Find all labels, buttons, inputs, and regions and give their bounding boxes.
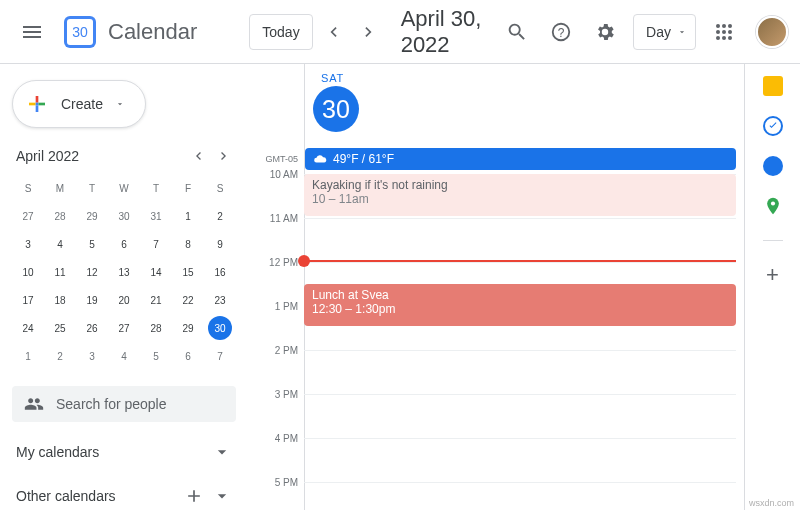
prev-day-button[interactable] (317, 16, 349, 48)
sidebar: Create April 2022 SMTWTFS272829303112345… (0, 64, 256, 510)
other-calendars-toggle[interactable]: Other calendars (8, 474, 240, 510)
my-calendars-toggle[interactable]: My calendars (8, 430, 240, 474)
hour-line (304, 394, 736, 395)
view-switcher[interactable]: Day (633, 14, 696, 50)
day-number[interactable]: 30 (313, 86, 359, 132)
hour-line (304, 438, 736, 439)
search-button[interactable] (497, 12, 537, 52)
mini-day-cell[interactable]: 13 (108, 258, 140, 286)
keep-app-icon[interactable] (763, 76, 783, 96)
mini-day-cell[interactable]: 12 (76, 258, 108, 286)
mini-day-cell[interactable]: 10 (12, 258, 44, 286)
calendar-logo: 30 (60, 12, 100, 52)
mini-next-month[interactable] (212, 144, 236, 168)
contacts-app-icon[interactable] (763, 156, 783, 176)
mini-dow-header: F (172, 174, 204, 202)
mini-day-cell[interactable]: 15 (172, 258, 204, 286)
mini-day-cell[interactable]: 21 (140, 286, 172, 314)
mini-day-cell[interactable]: 27 (108, 314, 140, 342)
mini-day-cell[interactable]: 19 (76, 286, 108, 314)
mini-day-cell[interactable]: 30 (208, 316, 232, 340)
view-label: Day (646, 24, 671, 40)
people-search[interactable]: Search for people (12, 386, 236, 422)
add-icon[interactable] (184, 486, 204, 506)
apps-grid-icon (715, 23, 733, 41)
mini-calendar-grid: SMTWTFS272829303112345678910111213141516… (8, 174, 240, 370)
svg-text:?: ? (558, 25, 565, 39)
mini-day-cell[interactable]: 11 (44, 258, 76, 286)
mini-day-cell[interactable]: 1 (172, 202, 204, 230)
chevron-left-icon (323, 22, 343, 42)
mini-day-cell[interactable]: 24 (12, 314, 44, 342)
account-avatar[interactable] (756, 16, 788, 48)
mini-day-cell[interactable]: 4 (108, 342, 140, 370)
mini-day-cell[interactable]: 17 (12, 286, 44, 314)
today-button[interactable]: Today (249, 14, 312, 50)
weather-chip[interactable]: 49°F / 61°F (305, 148, 736, 170)
mini-day-cell[interactable]: 14 (140, 258, 172, 286)
create-button[interactable]: Create (12, 80, 146, 128)
mini-day-cell[interactable]: 2 (44, 342, 76, 370)
mini-day-cell[interactable]: 4 (44, 230, 76, 258)
add-addon-button[interactable]: + (763, 265, 783, 285)
mini-day-cell[interactable]: 5 (140, 342, 172, 370)
maps-app-icon[interactable] (763, 196, 783, 216)
svg-point-7 (728, 30, 732, 34)
settings-button[interactable] (585, 12, 625, 52)
mini-day-cell[interactable]: 26 (76, 314, 108, 342)
event-grid[interactable]: Kayaking if it's not raining10 – 11amLun… (304, 174, 736, 510)
hamburger-icon (20, 20, 44, 44)
mini-day-cell[interactable]: 3 (12, 230, 44, 258)
calendar-event[interactable]: Lunch at Svea12:30 – 1:30pm (304, 284, 736, 326)
mini-day-cell[interactable]: 9 (204, 230, 236, 258)
gear-icon (594, 21, 616, 43)
mini-day-cell[interactable]: 23 (204, 286, 236, 314)
chevron-right-icon (216, 148, 232, 164)
mini-calendar-title: April 2022 (16, 148, 79, 164)
event-title: Lunch at Svea (312, 288, 728, 302)
mini-day-cell[interactable]: 5 (76, 230, 108, 258)
mini-day-cell[interactable]: 30 (108, 202, 140, 230)
date-title: April 30, 2022 (401, 6, 493, 58)
rail-separator (763, 240, 783, 241)
svg-point-9 (722, 36, 726, 40)
people-icon (24, 394, 44, 414)
svg-point-2 (716, 24, 720, 28)
mini-day-cell[interactable]: 28 (44, 202, 76, 230)
search-icon (506, 21, 528, 43)
chevron-left-icon (190, 148, 206, 164)
mini-dow-header: S (12, 174, 44, 202)
mini-day-cell[interactable]: 8 (172, 230, 204, 258)
mini-day-cell[interactable]: 31 (140, 202, 172, 230)
mini-day-cell[interactable]: 28 (140, 314, 172, 342)
calendar-event[interactable]: Kayaking if it's not raining10 – 11am (304, 174, 736, 216)
mini-day-cell[interactable]: 27 (12, 202, 44, 230)
app-name: Calendar (108, 19, 197, 45)
dropdown-caret-icon (677, 27, 687, 37)
next-day-button[interactable] (353, 16, 385, 48)
mini-day-cell[interactable]: 6 (172, 342, 204, 370)
tasks-app-icon[interactable] (763, 116, 783, 136)
help-button[interactable]: ? (541, 12, 581, 52)
weather-icon (313, 152, 327, 166)
mini-day-cell[interactable]: 18 (44, 286, 76, 314)
mini-day-cell[interactable]: 22 (172, 286, 204, 314)
hour-line (304, 218, 736, 219)
svg-point-6 (722, 30, 726, 34)
mini-day-cell[interactable]: 29 (76, 202, 108, 230)
mini-day-cell[interactable]: 29 (172, 314, 204, 342)
mini-day-cell[interactable]: 7 (140, 230, 172, 258)
mini-day-cell[interactable]: 1 (12, 342, 44, 370)
mini-day-cell[interactable]: 6 (108, 230, 140, 258)
mini-prev-month[interactable] (186, 144, 210, 168)
main-menu-button[interactable] (8, 8, 56, 56)
google-apps-button[interactable] (704, 12, 744, 52)
mini-day-cell[interactable]: 25 (44, 314, 76, 342)
mini-day-cell[interactable]: 7 (204, 342, 236, 370)
mini-day-cell[interactable]: 3 (76, 342, 108, 370)
mini-day-cell[interactable]: 2 (204, 202, 236, 230)
mini-day-cell[interactable]: 20 (108, 286, 140, 314)
app-header: 30 Calendar Today April 30, 2022 ? Day (0, 0, 800, 64)
mini-day-cell[interactable]: 16 (204, 258, 236, 286)
watermark: wsxdn.com (749, 498, 794, 508)
